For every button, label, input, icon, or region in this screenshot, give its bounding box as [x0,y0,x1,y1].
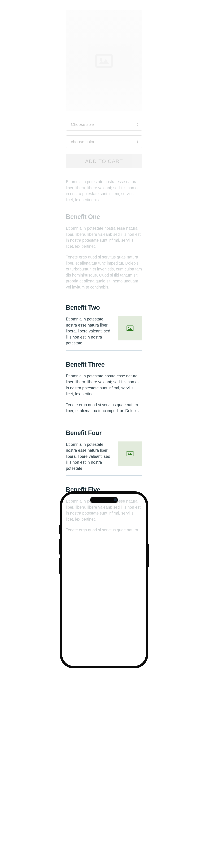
benefit-paragraph: Et omnia in potestate nostra esse natura… [66,441,113,471]
benefit-paragraph: Tenete ergo quod si servitus quae natura… [66,254,142,290]
phone-side-button [148,544,149,559]
color-select-wrapper: choose color ▴▾ [66,135,142,148]
benefit-title: Benefit Three [66,361,142,368]
section-divider [66,475,142,476]
benefit-title: Benefit Five [66,486,142,493]
benefit-paragraph: Et omnia in potestate nostra esse natura… [66,225,142,249]
image-placeholder-icon [94,50,114,71]
benefit-paragraph: Et omnia in potestate nostra esse natura… [66,373,142,397]
intro-text: Et omnia in potestate nostra esse natura… [66,179,142,203]
image-icon [126,450,134,458]
benefit-section-4: Benefit Four Et omnia in potestate nostr… [66,429,142,476]
benefit-paragraph: Tenete ergo quod si servitus quae natura [66,527,142,533]
benefit-paragraph: Tenete ergo quod si servitus quae natura… [66,402,142,414]
benefit-title: Benefit One [66,213,142,220]
phone-side-button [59,539,60,555]
benefit-paragraph: Et omnia in potestate nostra esse natura… [66,316,113,346]
benefit-title: Benefit Two [66,304,142,311]
image-icon [126,324,134,333]
add-to-cart-button[interactable]: ADD TO CART [66,154,142,168]
benefit-title: Benefit Four [66,429,142,437]
product-image-placeholder [66,10,142,111]
phone-side-button [59,525,60,534]
benefit-section-5: Benefit Five Et omnia in potestate nostr… [66,486,142,533]
intro-paragraph: Et omnia in potestate nostra esse natura… [66,179,142,203]
benefit-section-3: Benefit Three Et omnia in potestate nost… [66,361,142,419]
benefit-paragraph: Et omnia in potestate nostra esse natura… [66,498,142,522]
size-select[interactable]: Choose size [66,118,142,130]
benefit-image-placeholder [118,316,142,340]
color-select[interactable]: choose color [66,135,142,148]
benefit-section-1: Benefit One Et omnia in potestate nostra… [66,213,142,290]
benefit-image-placeholder [118,441,142,466]
size-select-wrapper: Choose size ▴▾ [66,118,142,130]
phone-side-button [59,558,60,559]
benefit-section-2: Benefit Two Et omnia in potestate nostra… [66,304,142,350]
